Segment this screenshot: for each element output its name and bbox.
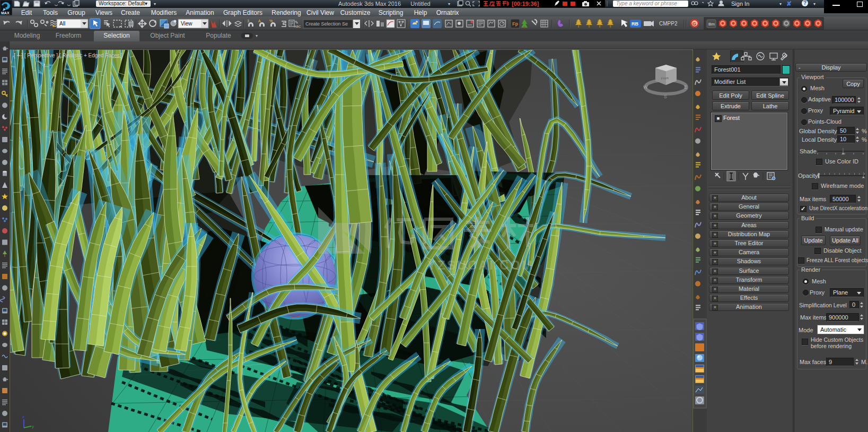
svg-text:ABC: ABC xyxy=(294,25,301,28)
svg-text:z: z xyxy=(22,414,24,419)
svg-text:Create Selection Se: Create Selection Se xyxy=(305,21,348,27)
svg-text:Front: Front xyxy=(661,76,669,80)
svg-text:View: View xyxy=(181,21,192,27)
svg-text:[ + ] [ Perspective ] [ Realis: [ + ] [ Perspective ] [ Realistic + Edge… xyxy=(14,53,122,58)
svg-text:✎: ✎ xyxy=(295,20,299,25)
svg-text:MAX: MAX xyxy=(1,11,10,15)
svg-text:%: % xyxy=(269,19,273,23)
svg-text:All: All xyxy=(59,21,65,27)
svg-text:y: y xyxy=(32,424,34,429)
svg-text:A: A xyxy=(258,19,261,23)
svg-text:CMPP2: CMPP2 xyxy=(659,21,678,27)
svg-text:S: S xyxy=(664,94,667,99)
svg-text:RB: RB xyxy=(632,21,638,27)
svg-text:E: E xyxy=(684,84,687,90)
svg-text:3: 3 xyxy=(247,19,249,23)
svg-text:Fp: Fp xyxy=(512,21,518,27)
svg-text:YZSUCAI.COM: YZSUCAI.COM xyxy=(427,258,534,272)
svg-text:G: G xyxy=(692,21,696,27)
svg-text:Bm: Bm xyxy=(708,22,715,27)
svg-text:W: W xyxy=(643,84,648,90)
